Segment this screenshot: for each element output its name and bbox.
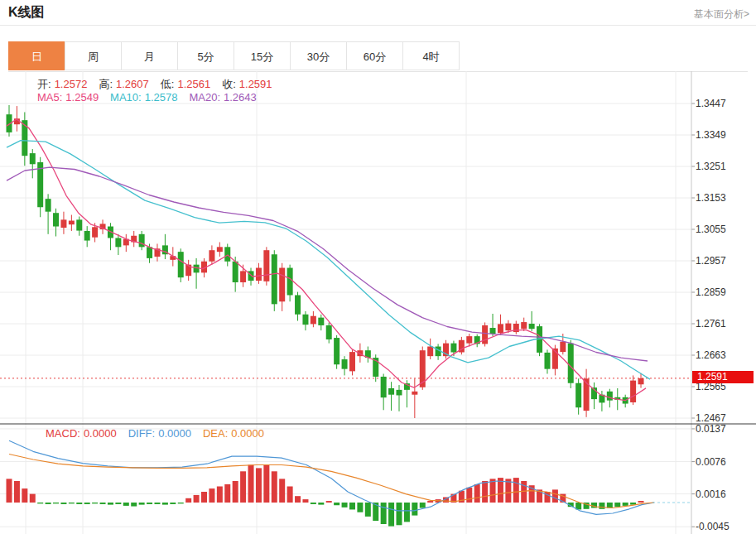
macd-hist-bar bbox=[7, 479, 12, 503]
candle-body bbox=[505, 324, 511, 331]
readout-label: 开: bbox=[37, 78, 51, 90]
macd-axis-label: 0.0076 bbox=[696, 456, 726, 468]
macd-hist-bar bbox=[474, 484, 480, 503]
period-tab-bar: 日周月5分15分30分60分4时 bbox=[8, 41, 748, 72]
fundamental-analysis-link[interactable]: 基本面分析> bbox=[694, 7, 749, 22]
tab-weekly[interactable]: 周 bbox=[65, 41, 122, 70]
candle-body bbox=[240, 271, 246, 282]
chart-area: 1.34471.33491.32511.31531.30551.29571.28… bbox=[0, 71, 756, 534]
macd-hist-bar bbox=[76, 503, 82, 504]
readout-value: 1.2643 bbox=[224, 91, 257, 103]
macd-hist-bar bbox=[178, 503, 184, 503]
tab-daily[interactable]: 日 bbox=[8, 41, 65, 70]
macd-hist-bar bbox=[287, 487, 293, 503]
readout-label: 收: bbox=[222, 78, 236, 90]
page-title: K线图 bbox=[8, 4, 45, 22]
candle-body bbox=[263, 250, 269, 281]
macd-hist-bar bbox=[240, 471, 246, 503]
macd-readout: MACD:0.0000DIFF:0.0000DEA:0.0000 bbox=[46, 427, 276, 440]
tab-30min[interactable]: 30分 bbox=[290, 41, 347, 70]
tab-60min[interactable]: 60分 bbox=[346, 41, 403, 70]
candle-body bbox=[209, 250, 214, 262]
candle-body bbox=[139, 234, 145, 248]
tab-monthly[interactable]: 月 bbox=[121, 41, 178, 70]
candle-body bbox=[115, 238, 121, 247]
diff-line bbox=[9, 440, 654, 514]
macd-hist-bar bbox=[311, 503, 316, 504]
y-axis-label: 1.3251 bbox=[696, 161, 726, 172]
macd-hist-bar bbox=[623, 503, 628, 506]
candle-body bbox=[529, 324, 535, 329]
tab-4hour[interactable]: 4时 bbox=[402, 41, 460, 70]
macd-hist-bar bbox=[302, 499, 308, 503]
y-axis-label: 1.2859 bbox=[696, 286, 726, 298]
macd-hist-bar bbox=[404, 503, 410, 522]
candle-body bbox=[217, 247, 223, 252]
macd-hist-bar bbox=[139, 503, 145, 505]
candle-body bbox=[311, 316, 316, 325]
candle-body bbox=[92, 227, 98, 237]
kline-chart[interactable]: 1.34471.33491.32511.31531.30551.29571.28… bbox=[0, 71, 756, 534]
macd-hist-bar bbox=[233, 481, 238, 503]
candle-body bbox=[287, 268, 293, 296]
macd-hist-bar bbox=[349, 503, 355, 509]
tab-5min[interactable]: 5分 bbox=[177, 41, 234, 70]
readout-value: 1.2578 bbox=[145, 91, 178, 103]
candle-body bbox=[412, 392, 417, 395]
macd-hist-bar bbox=[397, 503, 402, 525]
macd-hist-bar bbox=[552, 489, 558, 503]
candle-body bbox=[521, 322, 527, 329]
readout-value: 1.2572 bbox=[55, 78, 88, 90]
y-axis-label: 1.2663 bbox=[696, 349, 726, 361]
macd-hist-bar bbox=[412, 503, 417, 516]
macd-hist-bar bbox=[513, 478, 519, 503]
ma10-line bbox=[7, 141, 650, 380]
macd-hist-bar bbox=[22, 488, 27, 503]
macd-hist-bar bbox=[482, 481, 488, 503]
y-axis-label: 1.2467 bbox=[696, 412, 726, 424]
macd-hist-bar bbox=[162, 503, 168, 505]
macd-hist-bar bbox=[69, 503, 75, 503]
macd-hist-bar bbox=[544, 492, 550, 503]
macd-hist-bar bbox=[154, 503, 160, 504]
candle-body bbox=[560, 342, 566, 352]
tab-15min[interactable]: 15分 bbox=[234, 41, 291, 70]
candle-body bbox=[450, 344, 456, 353]
macd-axis-label: 0.0016 bbox=[696, 488, 726, 500]
candle-body bbox=[53, 213, 59, 226]
candle-body bbox=[342, 359, 348, 369]
macd-hist-bar bbox=[84, 503, 90, 504]
macd-hist-bar bbox=[279, 479, 285, 503]
macd-hist-bar bbox=[388, 503, 394, 527]
readout-label: 低: bbox=[161, 78, 175, 90]
readout-label: MA20: bbox=[189, 91, 220, 103]
macd-hist-bar bbox=[263, 465, 269, 503]
macd-hist-bar bbox=[224, 484, 230, 503]
macd-hist-bar bbox=[185, 498, 191, 503]
readout-label: MACD: bbox=[46, 427, 80, 440]
readout-value: 1.2591 bbox=[239, 78, 272, 90]
y-axis-label: 1.3447 bbox=[696, 98, 726, 109]
readout-value: 1.2561 bbox=[177, 78, 210, 90]
macd-hist-bar bbox=[131, 503, 137, 507]
candle-body bbox=[638, 378, 644, 384]
candle-body bbox=[498, 324, 503, 333]
readout-label: MA5: bbox=[37, 91, 62, 103]
candle-body bbox=[76, 219, 82, 230]
header-divider bbox=[0, 25, 756, 26]
readout-label: DEA: bbox=[203, 427, 228, 440]
candle-body bbox=[279, 268, 285, 302]
candle-body bbox=[334, 338, 339, 364]
macd-axis-label: -0.0045 bbox=[696, 521, 730, 532]
y-axis-label: 1.2957 bbox=[696, 255, 726, 267]
macd-hist-bar bbox=[201, 492, 207, 503]
macd-hist-bar bbox=[14, 481, 20, 503]
macd-hist-bar bbox=[505, 479, 511, 503]
readout-value: 1.2549 bbox=[65, 91, 99, 103]
macd-hist-bar bbox=[599, 503, 604, 509]
y-axis-label: 1.3153 bbox=[696, 192, 726, 204]
ohlc-readout: 开:1.2572高:1.2607低:1.2561收:1.2591 bbox=[37, 77, 284, 92]
y-axis-label: 1.3055 bbox=[696, 224, 726, 235]
candle-body bbox=[46, 199, 51, 212]
macd-hist-bar bbox=[147, 503, 152, 504]
